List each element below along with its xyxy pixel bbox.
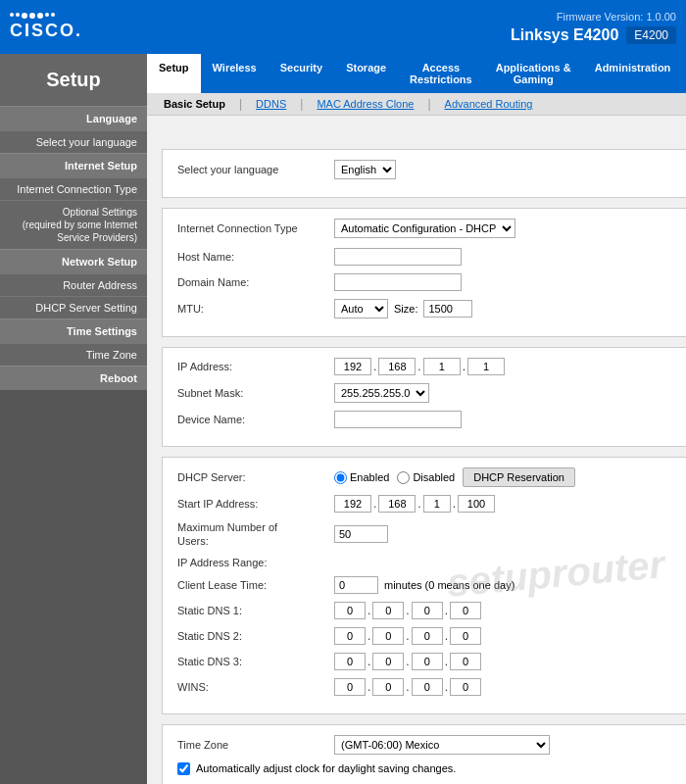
ip-range-label: IP Address Range:	[177, 557, 334, 568]
dns3-2[interactable]	[372, 653, 404, 670]
ip-address-label: IP Address:	[177, 361, 334, 372]
dns3-row: Static DNS 3: . . .	[177, 653, 686, 670]
dhcp-reservation-button[interactable]: DHCP Reservation	[463, 467, 575, 487]
dns1-1[interactable]	[334, 602, 366, 619]
tab-wireless[interactable]: Wireless	[201, 54, 269, 93]
content-area: Setup Wireless Security Storage AccessRe…	[147, 54, 686, 784]
nav-tabs: Setup Wireless Security Storage AccessRe…	[147, 54, 686, 93]
dhcp-server-label: DHCP Server:	[177, 471, 334, 483]
dhcp-server-row: DHCP Server: Enabled Disabled DHCP Reser…	[177, 467, 686, 487]
subtab-mac-address-clone[interactable]: MAC Address Clone	[305, 93, 425, 115]
sidebar-title: Setup	[0, 54, 147, 106]
ip-octet-4[interactable]	[467, 358, 505, 375]
dns2-1[interactable]	[334, 627, 366, 645]
dns2-3[interactable]	[412, 627, 443, 645]
dhcp-enabled-label[interactable]: Enabled	[334, 471, 389, 484]
host-name-row: Host Name:	[177, 248, 686, 266]
dns1-2[interactable]	[372, 602, 404, 619]
wins-4[interactable]	[450, 678, 481, 696]
subnet-mask-row: Subnet Mask: 255.255.255.0	[177, 383, 686, 403]
language-select[interactable]: English	[334, 160, 396, 179]
ip-address-row: IP Address: . . .	[177, 358, 686, 375]
tab-status[interactable]: Status	[682, 54, 686, 93]
connection-type-select[interactable]: Automatic Configuration - DHCP	[334, 219, 515, 238]
subnet-mask-label: Subnet Mask:	[177, 387, 334, 399]
dns2-label: Static DNS 2:	[177, 630, 334, 642]
domain-name-row: Domain Name:	[177, 273, 686, 291]
host-name-label: Host Name:	[177, 251, 334, 263]
time-settings-section: Time Zone (GMT-06:00) Mexico Automatical…	[162, 724, 686, 784]
max-users-input[interactable]	[334, 525, 388, 543]
wins-3[interactable]	[412, 678, 443, 696]
connection-type-label: Internet Connection Type	[177, 222, 334, 234]
ip-octet-1[interactable]	[334, 358, 371, 375]
header-right: Firmware Version: 1.0.00 Linksys E4200 E…	[511, 11, 676, 44]
dns1-3[interactable]	[412, 602, 443, 619]
auto-adjust-checkbox[interactable]	[177, 762, 190, 775]
sidebar-item-select-language: Select your language	[0, 130, 147, 153]
tab-security[interactable]: Security	[269, 54, 334, 93]
cisco-logo: CISCO.	[10, 13, 82, 41]
tab-applications-gaming[interactable]: Applications &Gaming	[484, 54, 583, 93]
max-users-label: Maximum Number ofUsers:	[177, 520, 334, 549]
dns3-4[interactable]	[450, 653, 481, 670]
subtab-advanced-routing[interactable]: Advanced Routing	[433, 93, 545, 115]
dhcp-disabled-label[interactable]: Disabled	[397, 471, 455, 484]
sidebar-item-router-address: Router Address	[0, 273, 147, 296]
language-section: Select your language English	[162, 149, 686, 198]
mtu-row: MTU: Auto Size:	[177, 299, 686, 318]
start-ip-1[interactable]	[334, 495, 371, 513]
firmware-version: Firmware Version: 1.0.00	[557, 11, 676, 23]
dns1-row: Static DNS 1: . . .	[177, 602, 686, 619]
dns3-label: Static DNS 3:	[177, 656, 334, 667]
tab-access-restrictions[interactable]: AccessRestrictions	[398, 54, 484, 93]
help-link[interactable]: Help...	[162, 125, 686, 149]
network-setup-section: IP Address: . . . Subnet Mask: 255.255.	[162, 347, 686, 447]
mtu-size-label: Size:	[394, 303, 417, 315]
dns1-4[interactable]	[450, 602, 481, 619]
language-label: Select your language	[177, 164, 334, 175]
sidebar-item-dhcp: DHCP Server Setting	[0, 296, 147, 318]
device-name-input[interactable]	[334, 411, 462, 428]
dns2-4[interactable]	[450, 627, 481, 645]
auto-adjust-label: Automatically adjust clock for daylight …	[196, 762, 456, 774]
dns2-2[interactable]	[372, 627, 404, 645]
subnet-mask-select[interactable]: 255.255.255.0	[334, 383, 429, 403]
internet-setup-section: Internet Connection Type Automatic Confi…	[162, 208, 686, 337]
dhcp-enabled-radio[interactable]	[334, 471, 347, 484]
start-ip-4[interactable]	[458, 495, 495, 513]
tab-setup[interactable]: Setup	[147, 54, 201, 93]
subtab-basic-setup[interactable]: Basic Setup	[152, 93, 237, 115]
language-row: Select your language English	[177, 160, 686, 179]
wins-1[interactable]	[334, 678, 366, 696]
timezone-select[interactable]: (GMT-06:00) Mexico	[334, 735, 550, 755]
content-inner: Help... Select your language English Int…	[147, 116, 686, 784]
tab-storage[interactable]: Storage	[334, 54, 398, 93]
dhcp-disabled-radio[interactable]	[397, 471, 410, 484]
dns3-1[interactable]	[334, 653, 366, 670]
start-ip-2[interactable]	[378, 495, 416, 513]
dns2-row: Static DNS 2: . . .	[177, 627, 686, 645]
dns3-3[interactable]	[412, 653, 443, 670]
sidebar-item-timezone: Time Zone	[0, 343, 147, 366]
lease-time-input[interactable]	[334, 576, 378, 594]
dns2-group: . . .	[334, 627, 481, 645]
cisco-text: CISCO.	[10, 21, 82, 41]
mtu-mode-select[interactable]: Auto	[334, 299, 388, 318]
wins-2[interactable]	[372, 678, 404, 696]
ip-octet-3[interactable]	[423, 358, 461, 375]
tab-administration[interactable]: Administration	[583, 54, 683, 93]
sidebar-item-connection-type: Internet Connection Type	[0, 177, 147, 200]
device-name: Linksys E4200	[511, 26, 618, 44]
ip-octet-2[interactable]	[378, 358, 416, 375]
host-name-input[interactable]	[334, 248, 462, 266]
domain-name-input[interactable]	[334, 273, 462, 291]
mtu-size-input[interactable]	[423, 300, 472, 318]
lease-time-row: Client Lease Time: minutes (0 means one …	[177, 576, 686, 594]
ip-range-row: IP Address Range:	[177, 557, 686, 568]
sidebar-section-network: Network Setup	[0, 249, 147, 273]
start-ip-3[interactable]	[423, 495, 451, 513]
ip-address-group: . . .	[334, 358, 505, 375]
subtab-ddns[interactable]: DDNS	[244, 93, 298, 115]
timezone-row: Time Zone (GMT-06:00) Mexico	[177, 735, 686, 755]
